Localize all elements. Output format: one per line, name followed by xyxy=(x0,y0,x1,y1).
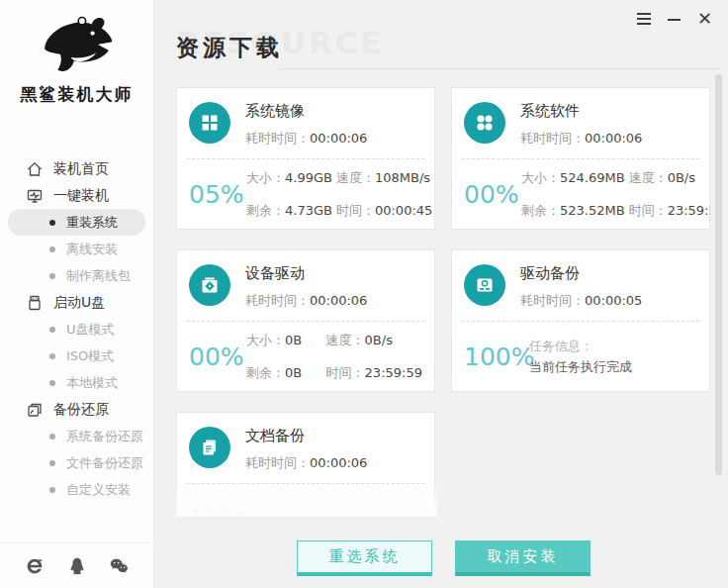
sidebar-item-label: 备份还原 xyxy=(53,401,109,419)
download-cards-area: 系统镜像 耗时时间：00:00:06 05% 大小：4.99GB 速度：108M… xyxy=(176,87,710,515)
stat-remaining: 剩余：523.52MB xyxy=(521,202,625,220)
sidebar-nav: 装机首页 一键装机 重装系统 离线安装 制作离线包 xyxy=(0,155,153,503)
stat-size: 大小：524.69MB xyxy=(521,169,625,187)
elapsed-label: 耗时时间： xyxy=(520,293,585,308)
progress-percent: 05% xyxy=(189,180,246,209)
sidebar-item-usb-mode[interactable]: U盘模式 xyxy=(0,316,153,343)
monitor-pulse-icon xyxy=(27,188,43,204)
elapsed-value: 00:00:05 xyxy=(585,293,642,308)
elapsed-value: 00:00:06 xyxy=(310,293,367,308)
stat-time: 时间：00:00:45 xyxy=(336,202,432,220)
card-document-backup: 文档备份 耗时时间：00:00:06 100% 任务信息： xyxy=(176,412,435,515)
sidebar-item-label: 文件备份还原 xyxy=(66,454,143,472)
elapsed-label: 耗时时间： xyxy=(520,131,585,146)
qq-icon[interactable] xyxy=(66,555,88,577)
stat-time: 时间：23:59:59 xyxy=(326,364,422,382)
window-controls: ✕ xyxy=(637,10,712,28)
bullet-icon xyxy=(49,327,55,333)
stat-time: 时间：23:59:59 xyxy=(629,202,710,220)
sidebar-item-label: ISO模式 xyxy=(66,347,114,365)
usb-drive-icon xyxy=(27,295,43,311)
reselect-system-button[interactable]: 重选系统 xyxy=(297,540,432,576)
elapsed-label: 耗时时间： xyxy=(245,455,310,470)
app-logo: 黑鲨装机大师 xyxy=(0,0,153,106)
task-info-label: 任务信息： xyxy=(529,336,699,356)
sidebar-item-label: U盘模式 xyxy=(66,321,115,339)
sidebar-item-file-backup-restore[interactable]: 文件备份还原 xyxy=(0,449,153,476)
bullet-icon xyxy=(49,487,55,493)
wechat-icon[interactable] xyxy=(108,555,130,577)
card-device-driver: 设备驱动 耗时时间：00:00:06 00% 大小：0B 速度：0B/s 剩余：… xyxy=(176,249,435,392)
sidebar-item-label: 离线安装 xyxy=(66,241,118,258)
sidebar-item-label: 重装系统 xyxy=(66,214,118,232)
backup-restore-icon xyxy=(27,402,43,418)
progress-percent: 00% xyxy=(189,343,246,371)
home-icon xyxy=(27,161,43,177)
drive-backup-icon xyxy=(464,264,505,306)
cancel-install-button[interactable]: 取消安装 xyxy=(455,540,591,576)
task-info-value: 当前任务执行完成 xyxy=(529,356,699,377)
stat-speed: 速度：0B/s xyxy=(326,332,422,349)
title-divider xyxy=(279,68,720,69)
windows-grid-icon xyxy=(189,102,230,144)
shark-logo-icon xyxy=(37,62,118,81)
stat-speed: 速度：0B/s xyxy=(629,169,710,187)
sidebar-item-make-offline-pack[interactable]: 制作离线包 xyxy=(0,262,153,289)
elapsed-value: 00:00:06 xyxy=(310,455,367,470)
document-backup-icon xyxy=(189,427,230,468)
bullet-icon xyxy=(49,353,55,359)
stat-size: 大小：0B xyxy=(246,332,322,349)
app-name: 黑鲨装机大师 xyxy=(0,83,153,106)
card-title: 驱动备份 xyxy=(520,264,642,283)
progress-percent: 00% xyxy=(464,180,521,209)
stat-speed: 速度：108MB/s xyxy=(336,169,432,187)
sidebar-item-label: 系统备份还原 xyxy=(66,428,143,445)
elapsed-value: 00:00:06 xyxy=(585,131,642,146)
bullet-icon xyxy=(49,246,55,252)
sidebar-item-custom-install[interactable]: 自定义安装 xyxy=(0,476,153,503)
stat-size: 大小：4.99GB xyxy=(246,169,332,187)
sidebar-item-boot-usb[interactable]: 启动U盘 xyxy=(0,289,153,316)
stat-remaining: 剩余：4.73GB xyxy=(246,202,332,220)
apps-circles-icon xyxy=(464,102,505,144)
task-info-label: 任务信息： xyxy=(254,509,424,516)
bullet-icon xyxy=(49,434,55,440)
sidebar-item-label: 自定义安装 xyxy=(66,481,131,499)
card-title: 设备驱动 xyxy=(245,264,367,283)
sidebar-item-home[interactable]: 装机首页 xyxy=(0,155,153,182)
sidebar-item-label: 本地模式 xyxy=(66,374,118,392)
sidebar-item-reinstall-system[interactable]: 重装系统 xyxy=(8,209,145,236)
elapsed-value: 00:00:06 xyxy=(310,131,367,146)
card-system-software: 系统软件 耗时时间：00:00:06 00% 大小：524.69MB 速度：0B… xyxy=(451,87,710,230)
card-title: 文档备份 xyxy=(245,427,367,445)
minimize-icon[interactable] xyxy=(668,10,681,28)
close-icon[interactable]: ✕ xyxy=(697,10,712,28)
sidebar-item-local-mode[interactable]: 本地模式 xyxy=(0,369,153,396)
sidebar-item-system-backup-restore[interactable]: 系统备份还原 xyxy=(0,423,153,449)
bullet-icon xyxy=(49,460,55,466)
sidebar-footer xyxy=(0,542,153,588)
card-driver-backup: 驱动备份 耗时时间：00:00:05 100% 任务信息： 当前任务执行完成 xyxy=(451,249,710,392)
card-title: 系统镜像 xyxy=(245,102,367,121)
sidebar-item-one-key-install[interactable]: 一键装机 xyxy=(0,182,153,209)
bullet-icon xyxy=(49,220,55,226)
progress-percent: 100% xyxy=(464,343,529,371)
sidebar-item-label: 启动U盘 xyxy=(53,294,105,312)
stat-remaining: 剩余：0B xyxy=(246,364,322,382)
progress-percent: 100% xyxy=(189,505,254,516)
device-gear-icon xyxy=(189,264,230,306)
elapsed-label: 耗时时间： xyxy=(245,293,310,308)
sidebar: 黑鲨装机大师 装机首页 一键装机 重装系统 xyxy=(0,0,154,588)
scrollbar-thumb[interactable] xyxy=(715,74,722,475)
card-title: 系统软件 xyxy=(520,102,642,121)
sidebar-item-offline-install[interactable]: 离线安装 xyxy=(0,236,153,262)
page-title: 资源下载 xyxy=(176,33,283,63)
bullet-icon xyxy=(49,273,55,279)
sidebar-item-backup-restore[interactable]: 备份还原 xyxy=(0,396,153,423)
sidebar-item-iso-mode[interactable]: ISO模式 xyxy=(0,343,153,369)
sidebar-item-label: 一键装机 xyxy=(53,187,109,205)
menu-icon[interactable] xyxy=(637,10,651,28)
ie-browser-icon[interactable] xyxy=(24,555,46,577)
elapsed-label: 耗时时间： xyxy=(245,131,310,146)
sidebar-item-label: 制作离线包 xyxy=(66,267,131,285)
